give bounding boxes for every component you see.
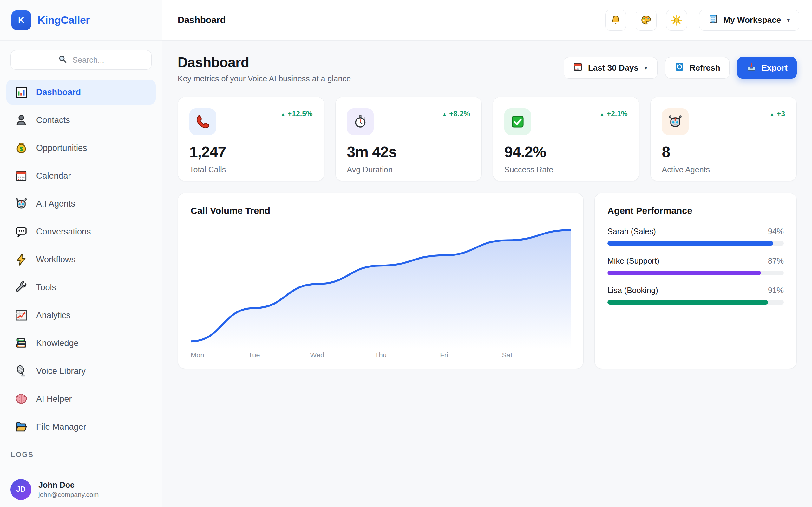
workspace-selector[interactable]: My Workspace ▼ bbox=[699, 10, 799, 31]
export-tray-icon bbox=[746, 62, 757, 74]
sidebar-item-knowledge[interactable]: Knowledge bbox=[6, 331, 156, 355]
sidebar-item-label: File Manager bbox=[36, 422, 86, 432]
refresh-button[interactable]: Refresh bbox=[665, 57, 729, 78]
sidebar-nav: DashboardContacts$OpportunitiesCalendarA… bbox=[0, 74, 162, 471]
phone-icon bbox=[195, 114, 210, 129]
metric-card-total-calls: ▲ +12.5%1,247Total Calls bbox=[177, 97, 324, 181]
sidebar-item-calendar[interactable]: Calendar bbox=[6, 164, 156, 188]
avatar: JD bbox=[10, 479, 32, 500]
x-axis-label: Fri bbox=[440, 351, 448, 359]
sidebar-item-ai-helper[interactable]: AI Helper bbox=[6, 387, 156, 411]
sidebar-item-label: Voice Library bbox=[36, 366, 86, 376]
money-bag-icon: $ bbox=[14, 141, 28, 155]
sidebar-item-label: Calendar bbox=[36, 171, 71, 181]
metric-icon-tile bbox=[189, 108, 216, 135]
user-profile[interactable]: JD John Doe john@company.com bbox=[0, 471, 162, 507]
sun-button[interactable] bbox=[666, 10, 687, 31]
speech-bubble-icon bbox=[14, 225, 28, 238]
sidebar-item-conversations[interactable]: Conversations bbox=[6, 219, 156, 244]
triangle-up-icon: ▲ bbox=[281, 112, 286, 118]
agent-name: Mike (Support) bbox=[607, 257, 659, 266]
x-axis-label: Mon bbox=[191, 351, 204, 359]
building-icon bbox=[708, 14, 718, 26]
x-axis-label: Tue bbox=[248, 351, 260, 359]
export-button[interactable]: Export bbox=[737, 57, 797, 78]
search-placeholder: Search... bbox=[72, 55, 104, 65]
palette-button[interactable] bbox=[636, 10, 657, 31]
check-icon bbox=[510, 114, 525, 129]
agent-percentage: 91% bbox=[768, 286, 784, 295]
bell-icon bbox=[610, 14, 621, 26]
topbar-title: Dashboard bbox=[177, 15, 225, 25]
sidebar-item-analytics[interactable]: Analytics bbox=[6, 303, 156, 328]
page-subtitle: Key metrics of your Voice AI business at… bbox=[177, 74, 351, 83]
metric-delta: ▲ +3 bbox=[769, 110, 785, 118]
metric-card-avg-duration: ▲ +8.2%3m 42sAvg Duration bbox=[335, 97, 482, 181]
refresh-icon bbox=[674, 62, 684, 72]
metric-delta: ▲ +8.2% bbox=[442, 110, 470, 118]
sidebar-item-file-manager[interactable]: File Manager bbox=[6, 414, 156, 439]
sidebar-item-label: Conversations bbox=[36, 227, 91, 237]
bell-button[interactable] bbox=[605, 10, 626, 31]
metric-label: Avg Duration bbox=[347, 165, 470, 174]
chart-up-icon bbox=[14, 308, 28, 322]
agent-performance-panel: Agent Performance Sarah (Sales)94%Mike (… bbox=[595, 193, 797, 369]
metric-icon-tile bbox=[504, 108, 531, 135]
agent-row-sarah: Sarah (Sales)94% bbox=[607, 227, 784, 245]
stopwatch-icon bbox=[353, 114, 368, 129]
refresh-label: Refresh bbox=[690, 63, 720, 73]
sidebar-item-opportunities[interactable]: $Opportunities bbox=[6, 135, 156, 160]
search-input[interactable]: Search... bbox=[10, 50, 152, 70]
agent-performance-title: Agent Performance bbox=[607, 206, 784, 216]
metric-label: Total Calls bbox=[189, 165, 313, 174]
agent-percentage: 94% bbox=[768, 227, 784, 236]
sidebar-item-contacts[interactable]: Contacts bbox=[6, 108, 156, 132]
books-icon bbox=[14, 337, 28, 350]
call-volume-panel: Call Volume Trend M bbox=[177, 193, 583, 369]
date-range-button[interactable]: Last 30 Days ▼ bbox=[564, 57, 658, 78]
triangle-up-icon: ▲ bbox=[769, 112, 775, 118]
sidebar: K KingCaller Search... DashboardContacts… bbox=[0, 0, 162, 507]
sidebar-item-label: Dashboard bbox=[36, 88, 81, 97]
metric-label: Active Agents bbox=[662, 165, 785, 174]
calendar-icon bbox=[573, 62, 583, 74]
workspace-label: My Workspace bbox=[723, 15, 781, 25]
sidebar-item-label: AI Helper bbox=[36, 394, 72, 404]
sidebar-item-dashboard[interactable]: Dashboard bbox=[6, 80, 156, 105]
brand-name: KingCaller bbox=[38, 14, 90, 26]
sidebar-item-label: Contacts bbox=[36, 115, 70, 125]
agent-name: Lisa (Booking) bbox=[607, 286, 658, 295]
robot-icon bbox=[14, 197, 28, 210]
building-icon bbox=[708, 14, 718, 24]
robot-icon bbox=[668, 114, 683, 129]
metric-value: 1,247 bbox=[189, 143, 313, 161]
metric-value: 8 bbox=[662, 143, 785, 161]
topbar: Dashboard My Workspace ▼ bbox=[162, 0, 812, 41]
search-icon bbox=[58, 54, 67, 66]
sidebar-item-label: Tools bbox=[36, 283, 56, 292]
triangle-up-icon: ▲ bbox=[599, 112, 605, 118]
metric-value: 3m 42s bbox=[347, 143, 470, 161]
agent-performance-list: Sarah (Sales)94%Mike (Support)87%Lisa (B… bbox=[607, 227, 784, 304]
area-chart bbox=[191, 222, 571, 349]
sidebar-item-workflows[interactable]: Workflows bbox=[6, 247, 156, 272]
sidebar-item-tools[interactable]: Tools bbox=[6, 275, 156, 300]
sidebar-section-logs: LOGS bbox=[6, 442, 156, 459]
sidebar-item-voice-library[interactable]: Voice Library bbox=[6, 359, 156, 383]
sidebar-item-a-i-agents[interactable]: A.I Agents bbox=[6, 191, 156, 216]
brand: K KingCaller bbox=[0, 0, 162, 41]
x-axis-label: Sat bbox=[502, 351, 512, 359]
palette-icon bbox=[641, 14, 652, 26]
metric-cards: ▲ +12.5%1,247Total Calls▲ +8.2%3m 42sAvg… bbox=[177, 97, 797, 181]
agent-name: Sarah (Sales) bbox=[607, 227, 656, 236]
agent-row-mike: Mike (Support)87% bbox=[607, 257, 784, 275]
sidebar-item-label: Workflows bbox=[36, 255, 75, 265]
main-area: Dashboard My Workspace ▼ Dashboard Key m… bbox=[162, 0, 812, 507]
metric-card-active-agents: ▲ +38Active Agents bbox=[650, 97, 797, 181]
sun-icon bbox=[671, 14, 682, 26]
progress-fill bbox=[607, 300, 768, 304]
brain-icon bbox=[14, 392, 28, 406]
metric-delta: ▲ +12.5% bbox=[281, 110, 313, 118]
x-axis-labels: MonTueWedThuFriSat bbox=[191, 351, 571, 362]
agent-percentage: 87% bbox=[768, 257, 784, 266]
